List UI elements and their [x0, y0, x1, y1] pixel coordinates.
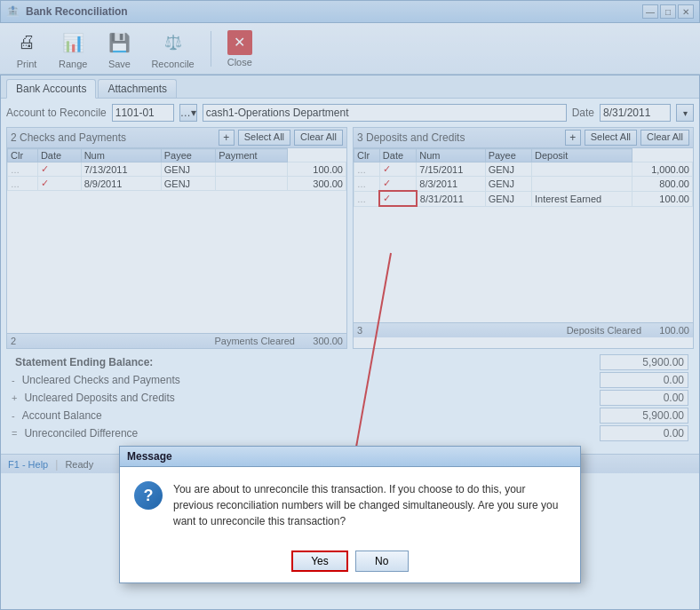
dialog-no-button[interactable]: No: [355, 551, 409, 572]
dialog-info-icon: ?: [134, 481, 163, 510]
dialog-yes-button[interactable]: Yes: [291, 551, 348, 572]
dialog-overlay: Message ? You are about to unreconcile t…: [0, 0, 700, 610]
dialog-buttons: Yes No: [120, 543, 580, 582]
message-dialog: Message ? You are about to unreconcile t…: [119, 446, 581, 583]
dialog-message: You are about to unreconcile this transa…: [173, 481, 566, 529]
dialog-title: Message: [120, 447, 580, 467]
dialog-content: ? You are about to unreconcile this tran…: [120, 467, 580, 543]
